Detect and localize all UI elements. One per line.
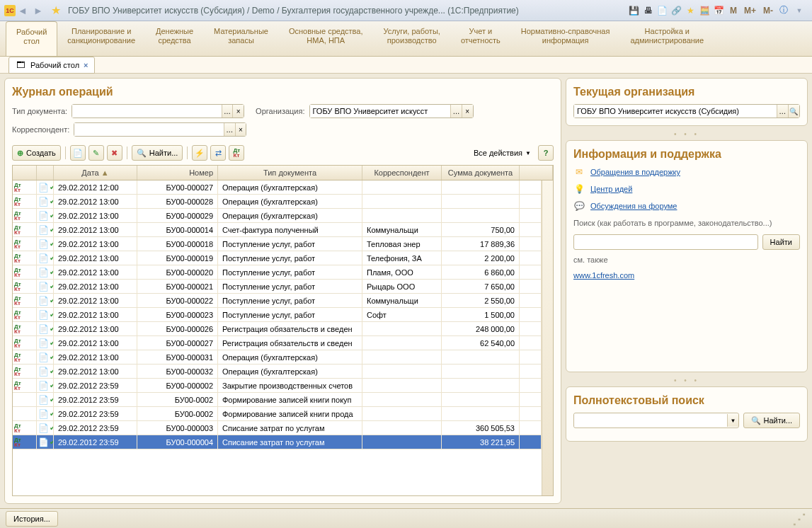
table-row[interactable]: ДтКт📄✔29.02.2012 13:00БУ00-000032Операци… — [13, 365, 542, 379]
table-row[interactable]: ДтКт📄✔29.02.2012 13:00БУ00-000022Поступл… — [13, 294, 542, 308]
table-row[interactable]: ДтКт📄✔29.02.2012 13:00БУ00-000021Поступл… — [13, 280, 542, 294]
col-num[interactable]: Номер — [137, 166, 218, 180]
resize-grip-icon[interactable]: ⋰ — [792, 510, 806, 527]
scrollbar[interactable] — [542, 180, 553, 495]
edit-button[interactable]: ✎ — [88, 145, 104, 161]
col-sum[interactable]: Сумма документа — [442, 166, 520, 180]
info-search-input[interactable] — [573, 234, 758, 250]
table-row[interactable]: ДтКт📄✔29.02.2012 13:00БУ00-000019Поступл… — [13, 251, 542, 265]
main-tab-5[interactable]: Услуги, работы,производство — [374, 21, 451, 56]
doc-type-input[interactable]: … × — [72, 104, 244, 118]
table-row[interactable]: ДтКт📄✔29.02.2012 13:00БУ00-000014Счет-фа… — [13, 223, 542, 237]
current-org-field[interactable] — [574, 105, 777, 117]
clear-icon[interactable]: × — [232, 105, 244, 117]
table-row[interactable]: ДтКт📄✔29.02.2012 23:59БУ00-000003Списани… — [13, 421, 542, 435]
korr-field[interactable] — [74, 123, 224, 136]
nav-fwd-icon[interactable]: ► — [31, 4, 45, 18]
find-button[interactable]: 🔍 Найти... — [132, 145, 183, 161]
col-type[interactable]: Тип документа — [218, 166, 362, 180]
table-row[interactable]: ДтКт📄✔29.02.2012 13:00БУ00-000018Поступл… — [13, 237, 542, 251]
main-tab-7[interactable]: Нормативно-справочнаяинформация — [511, 21, 621, 56]
fresh-link[interactable]: www.1cfresh.com — [573, 271, 634, 280]
table-row[interactable]: ДтКт📄✔29.02.2012 13:00БУ00-000020Поступл… — [13, 265, 542, 280]
favorites-icon[interactable]: ★ — [51, 4, 61, 17]
main-tab-8[interactable]: Настройка иадминистрирование — [620, 21, 714, 56]
document-icon: 📄 — [38, 421, 49, 435]
dropdown-icon[interactable]: ▼ — [792, 4, 806, 18]
calc-icon[interactable]: 🧮 — [699, 5, 711, 16]
m-minus-button[interactable]: M- — [761, 6, 775, 16]
info-title: Информация и поддержка — [573, 148, 800, 161]
table-row[interactable]: ДтКт📄✔29.02.2012 23:59БУ00-000004Списани… — [13, 435, 542, 449]
history-button[interactable]: История... — [6, 511, 58, 527]
help-button[interactable]: ? — [538, 145, 554, 161]
table-row[interactable]: 📄✔29.02.2012 23:59БУ00-0002Формирование … — [13, 393, 542, 407]
main-tab-1[interactable]: Планирование исанкционирование — [57, 21, 146, 56]
table-row[interactable]: ДтКт📄✔29.02.2012 13:00БУ00-000027Регистр… — [13, 336, 542, 350]
calendar-icon[interactable]: 📅 — [714, 5, 725, 16]
m-button[interactable]: M — [728, 6, 739, 16]
forum-link[interactable]: Обсуждения на форуме — [590, 202, 677, 210]
grid-body[interactable]: ДтКт📄✔29.02.2012 12:00БУ00-000027Операци… — [13, 180, 542, 495]
filter-off-icon: ⚡ — [195, 149, 205, 158]
fulltext-select[interactable]: ▼ — [573, 413, 739, 428]
clear-icon[interactable]: × — [235, 123, 246, 136]
open-icon[interactable]: 🔍 — [788, 105, 799, 117]
table-row[interactable]: ДтКт📄✔29.02.2012 13:00БУ00-000028Операци… — [13, 195, 542, 209]
fulltext-search-button[interactable]: 🔍 Найти... — [743, 413, 800, 428]
ellipsis-icon[interactable]: … — [224, 123, 235, 136]
chevron-down-icon[interactable]: ▼ — [727, 414, 739, 427]
doc-icon[interactable]: 📄 — [657, 5, 668, 16]
close-tab-icon[interactable]: × — [84, 61, 88, 69]
korr-input[interactable]: … × — [74, 122, 246, 137]
current-org-title: Текущая организация — [573, 86, 800, 98]
fulltext-field[interactable] — [574, 414, 727, 427]
main-tab-3[interactable]: Материальныезапасы — [204, 21, 279, 56]
table-row[interactable]: ДтКт📄✔29.02.2012 13:00БУ00-000026Регистр… — [13, 322, 542, 336]
star2-icon[interactable]: ★ — [685, 5, 697, 16]
clear-filter-button[interactable]: ⚡ — [192, 145, 207, 161]
all-actions-button[interactable]: Все действия ▼ — [469, 145, 535, 161]
doc-type-field[interactable] — [72, 105, 222, 117]
ellipsis-icon[interactable]: … — [777, 105, 788, 117]
col-korr[interactable]: Корреспондент — [362, 166, 442, 180]
main-tabs: РабочийстолПланирование исанкционировани… — [0, 21, 812, 57]
ellipsis-icon[interactable]: … — [222, 105, 233, 117]
table-row[interactable]: ДтКт📄✔29.02.2012 13:00БУ00-000023Поступл… — [13, 308, 542, 322]
copy-button[interactable]: 📄 — [70, 145, 86, 161]
print-icon[interactable]: 🖶 — [643, 5, 654, 16]
table-row[interactable]: ДтКт📄✔29.02.2012 13:00БУ00-000029Операци… — [13, 209, 542, 223]
search-icon: 🔍 — [137, 149, 147, 158]
main-tab-2[interactable]: Денежныесредства — [146, 21, 204, 56]
ellipsis-icon[interactable]: … — [450, 105, 462, 117]
create-button[interactable]: ⊕ Создать — [12, 145, 61, 161]
org-input[interactable]: … × — [309, 104, 474, 118]
search-label: Поиск (как работать в программе, законод… — [573, 219, 800, 227]
clear-icon[interactable]: × — [462, 105, 473, 117]
dtkt-button[interactable]: ДтКт — [229, 145, 244, 161]
search-icon: 🔍 — [751, 416, 761, 425]
sub-tab-desktop[interactable]: 🗔 Рабочий стол × — [8, 57, 95, 74]
table-row[interactable]: ДтКт📄✔29.02.2012 12:00БУ00-000027Операци… — [13, 180, 542, 195]
col-date[interactable]: Дата ▲ — [54, 166, 137, 180]
current-org-input[interactable]: … 🔍 — [573, 104, 800, 118]
m-plus-button[interactable]: M+ — [742, 6, 758, 16]
org-field[interactable] — [310, 105, 451, 117]
nav-back-icon[interactable]: ◄ — [16, 4, 30, 18]
support-link[interactable]: Обращения в поддержку — [590, 168, 680, 176]
info-search-button[interactable]: Найти — [762, 234, 800, 250]
journal-toolbar: ⊕ Создать 📄 ✎ ✖ 🔍 Найти... ⚡ ⇄ ДтКт Все … — [12, 145, 554, 161]
document-icon: 📄 — [38, 336, 49, 350]
main-tab-6[interactable]: Учет иотчетность — [451, 21, 511, 56]
ideas-link[interactable]: Центр идей — [590, 185, 632, 193]
delete-button[interactable]: ✖ — [107, 145, 122, 161]
table-row[interactable]: ДтКт📄✔29.02.2012 13:00БУ00-000031Операци… — [13, 350, 542, 365]
save-icon[interactable]: 💾 — [629, 5, 640, 16]
info-icon[interactable]: ⓘ — [778, 5, 789, 16]
link-icon[interactable]: 🔗 — [671, 5, 682, 16]
table-row[interactable]: ДтКт📄✔29.02.2012 23:59БУ00-000002Закрыти… — [13, 379, 542, 393]
table-row[interactable]: 📄✔29.02.2012 23:59БУ00-0002Формирование … — [13, 407, 542, 421]
swap-button[interactable]: ⇄ — [210, 145, 226, 161]
main-tab-4[interactable]: Основные средства,НМА, НПА — [279, 21, 374, 56]
main-tab-0[interactable]: Рабочийстол — [6, 21, 57, 56]
